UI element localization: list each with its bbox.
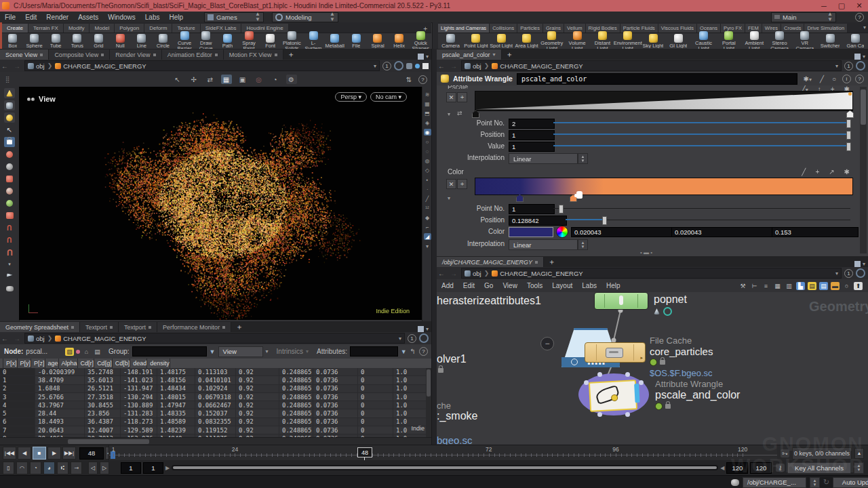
spreadsheet-path-field[interactable]: obj ❯ CHARGE_MAGIC_ENERGY ▾ bbox=[24, 333, 405, 344]
network-menu-item[interactable]: Layout bbox=[547, 282, 577, 289]
scale-tool-icon[interactable] bbox=[4, 174, 15, 184]
translate-icon[interactable]: ⇄ bbox=[205, 75, 216, 84]
jump-start-button[interactable]: |◀◀ bbox=[3, 447, 16, 460]
column-header[interactable]: Cd[b] bbox=[113, 359, 131, 368]
refresh-icon[interactable]: ↻ bbox=[823, 478, 829, 487]
forward-icon[interactable]: → bbox=[12, 62, 22, 70]
menu-item[interactable]: Assets bbox=[73, 14, 103, 21]
tab-close-icon[interactable] bbox=[215, 54, 218, 56]
pane-tab[interactable]: Geometry Spreadsheet bbox=[0, 322, 80, 332]
prims-dot-icon[interactable] bbox=[76, 350, 80, 354]
pose-icon[interactable] bbox=[4, 186, 15, 196]
jump-end-button[interactable]: ▶▶| bbox=[62, 447, 76, 460]
lighting-icon[interactable]: ◉ bbox=[424, 129, 431, 136]
render-icon[interactable] bbox=[4, 283, 15, 293]
back-icon[interactable]: ← bbox=[0, 62, 9, 70]
shelf-tool[interactable]: File bbox=[346, 34, 368, 49]
pane-tab-add[interactable]: ＋ bbox=[544, 257, 559, 267]
pane-resize-handle[interactable]: • ▬ • bbox=[640, 249, 652, 256]
forward-icon[interactable]: → bbox=[449, 270, 458, 277]
path-dropdown-icon[interactable]: ▾ bbox=[835, 63, 838, 69]
link-icon[interactable] bbox=[419, 333, 429, 343]
table-row[interactable]: 1 38.4709 35.6013 -141.023 1.48156 0.041… bbox=[0, 376, 431, 384]
shelf-overflow-icon[interactable]: ▾ bbox=[863, 24, 866, 30]
column-header[interactable]: P[z] bbox=[31, 359, 45, 368]
persp-button[interactable]: Persp ▾ bbox=[335, 92, 367, 102]
ramp-cycle-icon[interactable]: ⇄ bbox=[457, 110, 462, 117]
menu-item[interactable]: File bbox=[0, 14, 20, 21]
shelf-tool[interactable]: Volume Light bbox=[564, 31, 589, 52]
shelf-tool[interactable]: Metaball bbox=[324, 34, 346, 49]
pin-count-badge[interactable]: 1 bbox=[844, 62, 853, 70]
color-wheel-icon[interactable] bbox=[556, 226, 568, 238]
play-reverse-button[interactable]: ◀ bbox=[18, 447, 31, 460]
network-menu-item[interactable]: Add bbox=[437, 282, 458, 289]
group-field[interactable] bbox=[132, 346, 207, 357]
menu-item[interactable]: Render bbox=[41, 14, 73, 21]
color-position-slider[interactable] bbox=[566, 216, 853, 224]
table-row[interactable]: 2 1.6848 26.5121 -131.947 1.48434 0.1029… bbox=[0, 385, 431, 393]
gear-icon[interactable]: ✱▾ bbox=[802, 75, 814, 83]
range-next-icon[interactable]: ▷ bbox=[100, 462, 109, 474]
shelf-tool[interactable]: Helix bbox=[389, 34, 410, 49]
node-help-icon[interactable]: ? bbox=[855, 75, 864, 83]
split-view-icon[interactable]: ⇅ bbox=[403, 75, 414, 84]
table-row[interactable]: 5 28.44 23.856 -131.283 1.48335 0.152037… bbox=[0, 409, 431, 418]
node-label-smoke[interactable]: :_smoke bbox=[437, 410, 477, 422]
geometry-spreadsheet-table[interactable]: P[x]P[y]P[z]ageAlphaCd[r]Cd[g]Cd[b]deadd… bbox=[0, 359, 431, 437]
crosshair-icon[interactable]: ◈ bbox=[424, 119, 431, 126]
box-select-icon[interactable]: ▣ bbox=[237, 75, 248, 84]
color-b-field[interactable]: 0.153 bbox=[772, 227, 859, 237]
shelf-tool[interactable]: Ambient Light bbox=[742, 31, 767, 52]
back-icon[interactable]: ← bbox=[437, 270, 446, 277]
shelf-tool[interactable]: Spiral bbox=[367, 34, 389, 49]
range-slider[interactable] bbox=[172, 465, 718, 470]
pane-tab[interactable]: Performance Monitor bbox=[157, 322, 231, 332]
blue-dot-icon[interactable] bbox=[415, 64, 420, 68]
points-icon[interactable]: ∙ bbox=[424, 186, 431, 192]
column-header[interactable]: age bbox=[45, 359, 59, 368]
back-icon[interactable]: ← bbox=[0, 335, 9, 342]
paint-icon[interactable] bbox=[4, 198, 15, 208]
tab-close-icon[interactable] bbox=[149, 326, 151, 329]
pscale-interp-dropdown[interactable]: Linear bbox=[509, 153, 578, 164]
filter-icon[interactable]: ▼ bbox=[401, 348, 407, 355]
lock-camera-icon[interactable]: ⬒ bbox=[424, 110, 431, 117]
color-ramp-delete-button[interactable]: ✕ bbox=[446, 179, 456, 189]
tab-close-icon[interactable] bbox=[40, 54, 43, 56]
pane-tab[interactable]: pscale_and_color▾ bbox=[437, 49, 502, 60]
pane-tab-add[interactable]: ＋ bbox=[231, 322, 247, 332]
node-label-solver[interactable]: olver1 bbox=[437, 353, 467, 365]
title-bar[interactable]: C:/Users/Maria/Documents/TheGnomon/Scifi… bbox=[0, 0, 868, 12]
brush-icon[interactable]: ╱ bbox=[818, 75, 826, 83]
sticky-note-icon[interactable]: ▤ bbox=[808, 282, 816, 290]
autokey-icon[interactable]: ⚷ bbox=[776, 464, 785, 472]
shelf-tool[interactable]: Switcher bbox=[817, 34, 842, 49]
table-row[interactable]: 0 -0.0200399 35.2748 -148.191 1.48175 0.… bbox=[0, 368, 431, 376]
path-dropdown-icon[interactable]: ▾ bbox=[374, 63, 376, 69]
background-icon[interactable]: ▪ bbox=[424, 176, 431, 183]
current-frame-field[interactable]: 48 bbox=[79, 447, 104, 460]
tab-close-icon[interactable] bbox=[71, 326, 74, 329]
select-geometry-icon[interactable]: ▦ bbox=[221, 75, 232, 84]
playhead[interactable]: 48 bbox=[357, 447, 372, 458]
snapshot-cube-icon[interactable] bbox=[406, 63, 412, 69]
pin-count-badge[interactable]: 1 bbox=[844, 269, 853, 278]
shelf-tab[interactable]: Terrain FX bbox=[28, 24, 64, 33]
highquality-icon[interactable]: ◍ bbox=[424, 157, 431, 164]
pose-tool-icon[interactable] bbox=[4, 100, 15, 110]
translate-tool-icon[interactable] bbox=[4, 149, 15, 159]
follow-playhead-icon[interactable]: ⊸ bbox=[71, 462, 82, 474]
tab-close-icon[interactable] bbox=[275, 54, 277, 56]
range-substart-field[interactable]: 1 bbox=[143, 462, 163, 474]
shelf-tab[interactable]: Modify bbox=[64, 24, 90, 33]
dopesheet-icon[interactable]: ◔ bbox=[30, 462, 41, 474]
ramp-collapse-icon[interactable]: ▾ bbox=[448, 111, 450, 117]
color-marker-1[interactable] bbox=[516, 195, 524, 202]
viewport-help-icon[interactable]: ? bbox=[418, 75, 427, 84]
shelf-tool[interactable]: Line bbox=[131, 34, 153, 49]
forward-icon[interactable]: → bbox=[449, 62, 458, 70]
column-header[interactable]: Cd[g] bbox=[94, 359, 113, 368]
color-g-field[interactable]: 0.020043 bbox=[671, 227, 773, 237]
grid-toggle-icon[interactable]: ⌐ bbox=[424, 224, 431, 230]
